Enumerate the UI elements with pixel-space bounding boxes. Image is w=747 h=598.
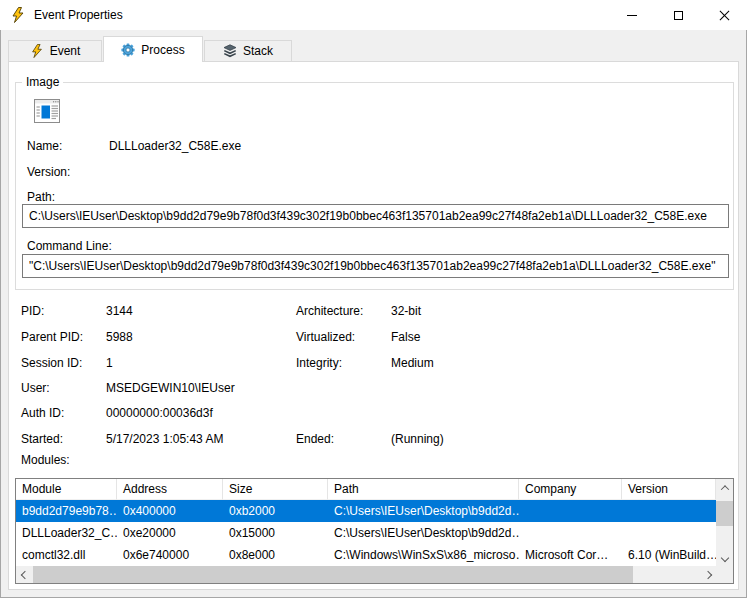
command-line-field[interactable]	[22, 254, 729, 278]
detail-row: User: MSEDGEWIN10\IEUser	[9, 380, 740, 396]
tab-process[interactable]: Process	[103, 36, 203, 62]
column-header-module[interactable]: Module	[16, 479, 117, 500]
ended-label: Ended:	[296, 431, 334, 447]
vertical-scrollbar-thumb[interactable]	[716, 501, 733, 526]
module-cell: Microsoft Cor…	[519, 544, 622, 566]
module-cell: C:\Users\IEUser\Desktop\b9dd2d…	[328, 522, 519, 544]
maximize-icon	[674, 11, 683, 20]
tab-process-label: Process	[141, 43, 184, 57]
session-id-label: Session ID:	[21, 355, 82, 371]
name-label: Name:	[27, 139, 62, 153]
auth-id-value: 00000000:00036d3f	[106, 405, 213, 421]
pid-value: 3144	[106, 303, 133, 319]
module-cell: 0x6e740000	[117, 544, 223, 566]
virtualized-value: False	[391, 329, 420, 345]
path-field[interactable]	[22, 204, 729, 228]
module-cell: 0xb2000	[223, 500, 328, 522]
path-label: Path:	[27, 190, 55, 204]
column-header-company[interactable]: Company	[519, 479, 622, 500]
module-cell: 0x15000	[223, 522, 328, 544]
process-tab-page: Image Name: DLLLoader32_C58	[8, 61, 739, 590]
tab-stack-label: Stack	[243, 44, 273, 58]
lightning-icon	[30, 44, 44, 58]
stack-icon	[223, 44, 237, 58]
started-value: 5/17/2023 1:05:43 AM	[106, 431, 223, 447]
version-label: Version:	[27, 165, 70, 179]
session-id-value: 1	[106, 355, 113, 371]
column-header-size[interactable]: Size	[223, 479, 328, 500]
modules-table: Module Address Size Path Company Version…	[15, 478, 734, 584]
column-header-version[interactable]: Version	[622, 479, 716, 500]
tab-event[interactable]: Event	[8, 40, 102, 61]
chevron-right-icon	[703, 570, 711, 578]
column-header-path[interactable]: Path	[328, 479, 519, 500]
chevron-left-icon	[20, 570, 28, 578]
minimize-icon	[627, 15, 637, 16]
scrollbar-corner	[716, 566, 733, 583]
pid-label: PID:	[21, 303, 44, 319]
detail-row: PID: 3144 Architecture: 32-bit	[9, 303, 740, 319]
detail-row: Parent PID: 5988 Virtualized: False	[9, 329, 740, 345]
scroll-right-button[interactable]	[699, 566, 716, 583]
detail-row: Auth ID: 00000000:00036d3f	[9, 405, 740, 421]
scroll-down-button[interactable]	[716, 549, 733, 566]
chevron-down-icon	[720, 553, 728, 561]
module-cell: 0x8e000	[223, 544, 328, 566]
command-line-label: Command Line:	[27, 239, 112, 253]
module-row[interactable]: b9dd2d79e9b78…0x4000000xb2000C:\Users\IE…	[16, 500, 716, 522]
auth-id-label: Auth ID:	[21, 405, 64, 421]
started-label: Started:	[21, 431, 63, 447]
scroll-left-button[interactable]	[16, 566, 33, 583]
chevron-up-icon	[720, 485, 728, 493]
name-value: DLLLoader32_C58E.exe	[109, 139, 241, 153]
module-cell: C:\Windows\WinSxS\x86_microso…	[328, 544, 519, 566]
module-row[interactable]: DLLLoader32_C…0xe200000x15000C:\Users\IE…	[16, 522, 716, 544]
module-cell: 0x400000	[117, 500, 223, 522]
close-icon	[719, 10, 730, 21]
tab-event-label: Event	[50, 44, 81, 58]
parent-pid-label: Parent PID:	[21, 329, 83, 345]
ended-value: (Running)	[391, 431, 444, 447]
user-label: User:	[21, 380, 50, 396]
architecture-label: Architecture:	[296, 303, 363, 319]
module-cell: comctl32.dll	[16, 544, 117, 566]
gear-icon	[121, 43, 135, 57]
modules-table-header: Module Address Size Path Company Version	[16, 479, 716, 500]
module-cell: DLLLoader32_C…	[16, 522, 117, 544]
lightning-icon	[10, 7, 26, 23]
module-cell: 6.10 (WinBuild…	[622, 544, 716, 566]
horizontal-scrollbar[interactable]	[16, 566, 716, 583]
image-groupbox: Image Name: DLLLoader32_C58	[15, 82, 734, 290]
parent-pid-value: 5988	[106, 329, 133, 345]
column-header-address[interactable]: Address	[117, 479, 223, 500]
integrity-label: Integrity:	[296, 355, 342, 371]
vertical-scrollbar[interactable]	[716, 479, 733, 566]
architecture-value: 32-bit	[391, 303, 421, 319]
integrity-value: Medium	[391, 355, 434, 371]
detail-row: Started: 5/17/2023 1:05:43 AM Ended: (Ru…	[9, 431, 740, 447]
maximize-button[interactable]	[655, 0, 701, 30]
application-icon	[34, 99, 60, 123]
virtualized-label: Virtualized:	[296, 329, 355, 345]
close-button[interactable]	[701, 0, 747, 30]
horizontal-scrollbar-thumb[interactable]	[33, 566, 633, 583]
event-properties-window: Event Properties Event Process	[0, 0, 747, 598]
minimize-button[interactable]	[609, 0, 655, 30]
title-bar: Event Properties	[0, 0, 747, 30]
detail-row: Session ID: 1 Integrity: Medium	[9, 355, 740, 371]
module-cell: C:\Users\IEUser\Desktop\b9dd2d…	[328, 500, 519, 522]
module-row[interactable]: comctl32.dll0x6e7400000x8e000C:\Windows\…	[16, 544, 716, 566]
module-cell	[622, 522, 716, 544]
module-cell	[519, 500, 622, 522]
image-group-title: Image	[22, 75, 63, 89]
module-cell	[622, 500, 716, 522]
tab-stack[interactable]: Stack	[204, 40, 292, 61]
scroll-up-button[interactable]	[716, 479, 733, 496]
module-cell: 0xe20000	[117, 522, 223, 544]
window-title: Event Properties	[34, 8, 123, 22]
modules-label: Modules:	[21, 453, 70, 467]
module-cell: b9dd2d79e9b78…	[16, 500, 117, 522]
user-value: MSEDGEWIN10\IEUser	[106, 380, 235, 396]
module-cell	[519, 522, 622, 544]
